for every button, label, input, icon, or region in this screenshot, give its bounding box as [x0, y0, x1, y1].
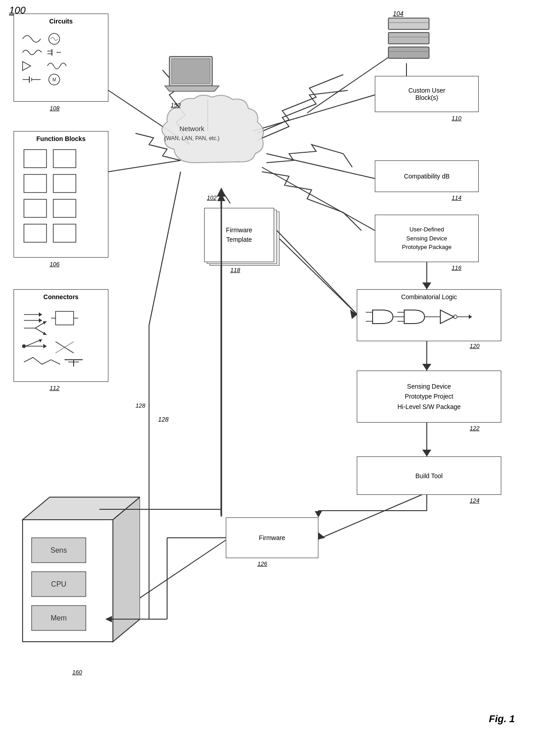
- function-blocks-ref: 106: [50, 261, 60, 268]
- custom-user-blocks-label: Custom UserBlock(s): [408, 87, 445, 101]
- circuits-box: Circuits M: [14, 14, 108, 102]
- laptop-ref: 150: [171, 102, 181, 108]
- svg-marker-17: [422, 364, 431, 371]
- device-3d-container: Sens CPU Mem: [14, 493, 140, 664]
- svg-rect-39: [24, 150, 47, 168]
- connectors-label: Connectors: [18, 293, 104, 301]
- combinatorial-logic-box: Combinatorial Logic: [357, 289, 501, 341]
- svg-marker-63: [43, 344, 47, 348]
- svg-rect-42: [53, 174, 76, 193]
- svg-marker-61: [39, 339, 42, 343]
- svg-point-59: [22, 344, 26, 348]
- firmware-template-stack: FirmwareTemplate: [204, 208, 274, 262]
- build-tool-box: Build Tool: [357, 456, 501, 495]
- svg-rect-46: [53, 224, 76, 242]
- firmware-label: Firmware: [259, 534, 285, 541]
- svg-marker-15: [422, 282, 431, 289]
- svg-marker-94: [113, 497, 140, 642]
- connectors-ref: 112: [50, 385, 60, 391]
- svg-rect-72: [172, 59, 210, 84]
- svg-text:(WAN, LAN, PAN, etc.): (WAN, LAN, PAN, etc.): [164, 135, 219, 141]
- diagram-container: 100: [0, 0, 560, 752]
- connectors-box: Connectors: [14, 289, 108, 382]
- svg-marker-85: [440, 310, 454, 324]
- custom-user-blocks-box: Custom UserBlock(s): [375, 76, 479, 112]
- svg-rect-77: [388, 47, 429, 58]
- user-defined-ref: 116: [452, 264, 462, 271]
- compatibility-db-box: Compatibility dB: [375, 160, 479, 192]
- svg-marker-32: [23, 61, 31, 70]
- svg-line-12: [271, 230, 357, 314]
- svg-marker-48: [39, 312, 42, 317]
- svg-marker-90: [469, 315, 472, 319]
- sensing-device-label: Sensing DevicePrototype ProjectHi-Level …: [397, 381, 461, 412]
- svg-rect-43: [24, 199, 47, 217]
- user-defined-box: User-DefinedSensing DevicePrototype Pack…: [375, 215, 479, 262]
- fig-label: Fig. 1: [489, 713, 515, 725]
- circuits-ref: 108: [50, 105, 60, 112]
- function-blocks-label: Function Blocks: [18, 135, 104, 142]
- circuits-label: Circuits: [18, 18, 104, 25]
- firmware-template-ref: 118: [230, 267, 240, 273]
- svg-rect-41: [24, 174, 47, 193]
- svg-text:Sens: Sens: [51, 546, 67, 554]
- function-blocks-symbols: [19, 145, 103, 247]
- user-defined-label: User-DefinedSensing DevicePrototype Pack…: [402, 225, 452, 252]
- svg-line-115: [277, 230, 357, 314]
- firmware-template-label: FirmwareTemplate: [226, 226, 252, 244]
- svg-rect-56: [56, 311, 74, 325]
- svg-marker-102: [423, 283, 430, 289]
- ref-128: 128: [158, 416, 168, 423]
- circuits-symbols: M: [18, 28, 104, 91]
- svg-marker-106: [423, 450, 430, 456]
- firmware-box: Firmware: [226, 517, 318, 558]
- firmware-ref: 126: [257, 560, 267, 567]
- svg-text:Mem: Mem: [51, 614, 67, 622]
- svg-marker-104: [423, 364, 430, 371]
- compatibility-db-label: Compatibility dB: [404, 173, 449, 180]
- function-blocks-box: Function Blocks: [14, 131, 108, 258]
- svg-line-20: [316, 493, 427, 540]
- svg-rect-45: [24, 224, 47, 242]
- sensing-device-ref: 122: [470, 425, 480, 432]
- device-3d-svg: Sens CPU Mem: [14, 493, 140, 664]
- svg-marker-19: [422, 450, 431, 456]
- svg-marker-116: [350, 312, 357, 319]
- svg-line-2: [149, 172, 181, 325]
- compatibility-db-ref: 114: [452, 194, 462, 201]
- svg-marker-13: [350, 310, 357, 319]
- device-ref: 160: [72, 669, 82, 676]
- network-ref: 102: [207, 194, 217, 201]
- svg-marker-50: [39, 318, 42, 323]
- connectors-symbols: [19, 303, 103, 373]
- server-ref: 104: [393, 10, 403, 17]
- svg-text:M: M: [52, 77, 56, 82]
- build-tool-ref: 124: [470, 497, 480, 504]
- sensing-device-box: Sensing DevicePrototype ProjectHi-Level …: [357, 371, 501, 423]
- svg-rect-73: [388, 18, 429, 29]
- logic-gate-symbols: [364, 303, 495, 333]
- svg-rect-44: [53, 199, 76, 217]
- build-tool-label: Build Tool: [415, 472, 443, 479]
- custom-user-blocks-ref: 110: [452, 115, 462, 122]
- combinatorial-logic-ref: 120: [470, 343, 480, 349]
- laptop-icon: [163, 54, 221, 99]
- combinatorial-logic-label: Combinatorial Logic: [361, 293, 497, 301]
- server-icon: [379, 14, 438, 68]
- label-128: 128: [135, 402, 145, 409]
- svg-marker-119: [217, 193, 225, 201]
- svg-text:Network: Network: [179, 125, 205, 132]
- svg-marker-110: [315, 511, 322, 517]
- svg-rect-40: [53, 150, 76, 168]
- svg-line-26: [149, 172, 181, 325]
- svg-text:CPU: CPU: [51, 580, 66, 588]
- svg-rect-75: [388, 33, 429, 44]
